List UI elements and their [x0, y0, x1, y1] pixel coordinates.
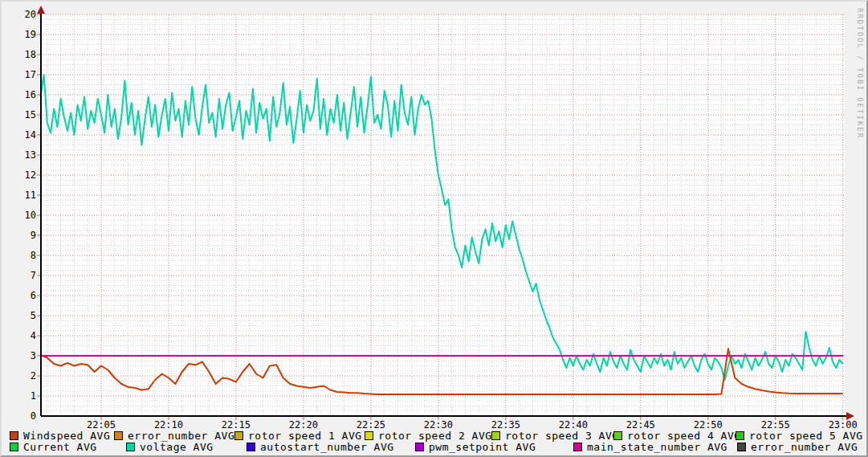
- x-tick-label: 22:30: [414, 420, 463, 430]
- y-tick-label: 6: [9, 291, 36, 300]
- x-tick-label: 22:15: [212, 420, 260, 430]
- legend-label: voltage AVG: [140, 442, 214, 452]
- y-axis-arrow-icon: [37, 6, 45, 14]
- y-tick-label: 1: [9, 391, 36, 401]
- legend-label: rotor speed 3 AVG: [505, 430, 619, 441]
- y-tick-label: 12: [9, 170, 36, 180]
- y-tick-label: 17: [9, 70, 36, 80]
- legend-swatch-icon: [10, 431, 18, 440]
- y-tick-label: 20: [9, 10, 36, 19]
- legend-label: Windspeed AVG: [23, 430, 110, 441]
- y-tick-label: 8: [9, 251, 36, 260]
- y-tick-label: 2: [9, 371, 36, 381]
- legend-swatch-icon: [613, 431, 622, 440]
- legend-swatch-icon: [126, 443, 135, 451]
- legend-swatch-icon: [365, 431, 373, 440]
- legend-label: pwm_setpoint AVG: [429, 442, 536, 452]
- legend-label: error_number AVG: [751, 442, 858, 452]
- x-tick-label: 22:50: [684, 420, 732, 430]
- x-tick-label: 22:05: [77, 420, 125, 430]
- x-tick-label: 22:35: [482, 420, 530, 430]
- legend-swatch-icon: [737, 443, 746, 451]
- y-tick-label: 14: [9, 130, 36, 140]
- legend-label: rotor speed 4 AVG: [627, 430, 741, 441]
- legend-label: main_state_number AVG: [587, 442, 727, 452]
- x-tick-label: 22:10: [145, 420, 193, 430]
- y-tick-label: 10: [9, 210, 36, 220]
- legend-swatch-icon: [247, 443, 255, 451]
- legend-swatch-icon: [10, 443, 18, 451]
- legend-swatch-icon: [736, 431, 744, 440]
- y-tick-label: 13: [9, 150, 36, 160]
- legend-label: error_number AVG: [128, 430, 234, 441]
- y-tick-label: 18: [9, 50, 36, 59]
- legend-swatch-icon: [234, 431, 243, 440]
- legend-swatch-icon: [491, 431, 500, 440]
- y-tick-label: 19: [9, 30, 36, 39]
- y-tick-label: 11: [9, 190, 36, 200]
- legend-label: rotor speed 1 AVG: [248, 430, 362, 441]
- y-tick-label: 3: [9, 351, 36, 361]
- chart-plot: [2, 2, 868, 457]
- legend-swatch-icon: [573, 443, 582, 451]
- x-tick-label: 22:55: [752, 420, 800, 430]
- legend-label: autostart_number AVG: [260, 442, 394, 452]
- y-tick-label: 5: [9, 311, 36, 320]
- y-tick-label: 16: [9, 90, 36, 100]
- y-tick-label: 7: [9, 271, 36, 280]
- x-tick-label: 22:25: [347, 420, 395, 430]
- x-tick-label: 22:45: [617, 420, 665, 430]
- rrdtool-graph: 01234567891011121314151617181920 22:0522…: [0, 0, 868, 457]
- legend-label: Current AVG: [23, 442, 97, 452]
- y-tick-label: 0: [9, 411, 36, 421]
- x-tick-label: 22:20: [279, 420, 328, 430]
- y-tick-label: 15: [9, 110, 36, 120]
- x-tick-label: 23:00: [819, 420, 867, 430]
- rrdtool-watermark: RRDTOOL / TOBI OETIKER: [856, 8, 864, 139]
- legend-swatch-icon: [114, 431, 123, 440]
- y-tick-label: 9: [9, 231, 36, 240]
- y-tick-label: 4: [9, 331, 36, 341]
- legend-label: rotor speed 2 AVG: [378, 430, 492, 441]
- x-tick-label: 22:40: [549, 420, 597, 430]
- legend-label: rotor speed 5 AVG: [749, 430, 863, 441]
- legend-swatch-icon: [415, 443, 424, 451]
